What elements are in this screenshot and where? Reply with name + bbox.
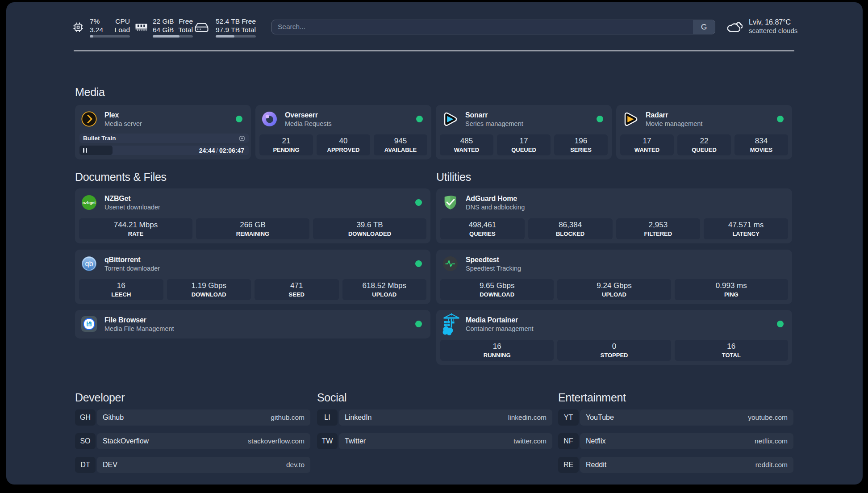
svg-text:nzbget: nzbget (83, 201, 96, 205)
svg-text:qb: qb (85, 259, 93, 267)
